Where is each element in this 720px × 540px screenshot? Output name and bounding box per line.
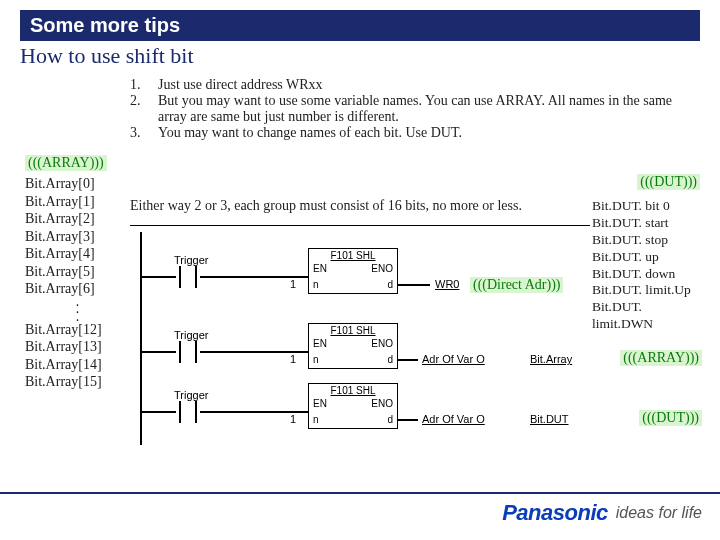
footer: Panasonic ideas for life (0, 492, 720, 540)
tip-text: You may want to change names of each bit… (158, 125, 700, 141)
pin-n: n (313, 354, 319, 365)
pin-n: n (313, 414, 319, 425)
array-item: Bit.Array[14] (25, 356, 130, 374)
dut-item: Bit.DUT. up (592, 249, 702, 266)
array-item: Bit.Array[12] (25, 321, 130, 339)
wire (398, 359, 418, 361)
array-item: Bit.Array[4] (25, 245, 130, 263)
tag-dut: (((DUT))) (637, 174, 700, 190)
title-bar: Some more tips (20, 10, 700, 41)
ellipsis-icon: . (25, 313, 130, 321)
constant-one: 1 (290, 278, 296, 290)
fblock-title: F101 SHL (309, 385, 397, 396)
contact-icon (176, 270, 200, 284)
wire (398, 419, 418, 421)
pin-en: EN (313, 263, 327, 274)
array-item: Bit.Array[0] (25, 175, 130, 193)
ladder-rung: Trigger F101 SHL EN ENO n d 1 WR0 (140, 246, 590, 306)
output-label: Adr Of Var O (422, 353, 485, 365)
subtitle: How to use shift bit (20, 43, 700, 69)
array-item: Bit.Array[15] (25, 373, 130, 391)
pin-en: EN (313, 338, 327, 349)
pin-d: d (387, 279, 393, 290)
brand-slogan: ideas for life (616, 504, 702, 522)
dut-item: Bit.DUT. down (592, 266, 702, 283)
wire (140, 276, 176, 278)
contact-label: Trigger (174, 389, 208, 401)
dut-item: Bit.DUT. limit.Up (592, 282, 702, 299)
contact-label: Trigger (174, 254, 208, 266)
tip-number: 3. (130, 125, 158, 141)
ladder-rung: Trigger F101 SHL EN ENO n d 1 Adr Of Var… (140, 381, 590, 441)
wire (398, 284, 430, 286)
dut-item: Bit.DUT. limit.DWN (592, 299, 702, 333)
output-var: Bit.DUT (530, 413, 569, 425)
array-item: Bit.Array[1] (25, 193, 130, 211)
tip-text: But you may want to use some variable na… (158, 93, 700, 125)
array-item: Bit.Array[3] (25, 228, 130, 246)
tip-number: 1. (130, 77, 158, 93)
tag-array: (((ARRAY))) (25, 155, 107, 171)
function-block: F101 SHL EN ENO n d (308, 248, 398, 294)
pin-eno: ENO (371, 263, 393, 274)
page-title: Some more tips (30, 14, 180, 36)
array-item: Bit.Array[5] (25, 263, 130, 281)
pin-eno: ENO (371, 338, 393, 349)
tag-array: (((ARRAY))) (620, 350, 702, 366)
tips-list: 1. Just use direct address WRxx 2. But y… (130, 77, 700, 141)
fblock-title: F101 SHL (309, 325, 397, 336)
dut-bit-list: Bit.DUT. bit 0 Bit.DUT. start Bit.DUT. s… (592, 198, 702, 333)
dut-item: Bit.DUT. stop (592, 232, 702, 249)
array-item: Bit.Array[13] (25, 338, 130, 356)
contact-label: Trigger (174, 329, 208, 341)
function-block: F101 SHL EN ENO n d (308, 383, 398, 429)
tag-dut: (((DUT))) (639, 410, 702, 426)
array-bit-list: Bit.Array[0] Bit.Array[1] Bit.Array[2] B… (25, 175, 130, 391)
array-item: Bit.Array[2] (25, 210, 130, 228)
ladder-diagram: Trigger F101 SHL EN ENO n d 1 WR0 Trigge… (130, 225, 590, 445)
tip-number: 2. (130, 93, 158, 125)
contact-icon (176, 345, 200, 359)
dut-item: Bit.DUT. bit 0 (592, 198, 702, 215)
wire (140, 351, 176, 353)
pin-en: EN (313, 398, 327, 409)
function-block: F101 SHL EN ENO n d (308, 323, 398, 369)
brand-name: Panasonic (502, 500, 608, 526)
constant-one: 1 (290, 413, 296, 425)
fblock-title: F101 SHL (309, 250, 397, 261)
tip-text: Just use direct address WRxx (158, 77, 700, 93)
contact-icon (176, 405, 200, 419)
ladder-rung: Trigger F101 SHL EN ENO n d 1 Adr Of Var… (140, 321, 590, 381)
output-var: Bit.Array (530, 353, 572, 365)
footer-rule (0, 492, 720, 494)
pin-n: n (313, 279, 319, 290)
wire (140, 411, 176, 413)
output-label: Adr Of Var O (422, 413, 485, 425)
dut-item: Bit.DUT. start (592, 215, 702, 232)
pin-d: d (387, 354, 393, 365)
constant-one: 1 (290, 353, 296, 365)
either-way-note: Either way 2 or 3, each group must consi… (130, 198, 610, 214)
pin-eno: ENO (371, 398, 393, 409)
pin-d: d (387, 414, 393, 425)
output-label: WR0 (435, 278, 459, 290)
brand-logo: Panasonic ideas for life (502, 500, 702, 526)
